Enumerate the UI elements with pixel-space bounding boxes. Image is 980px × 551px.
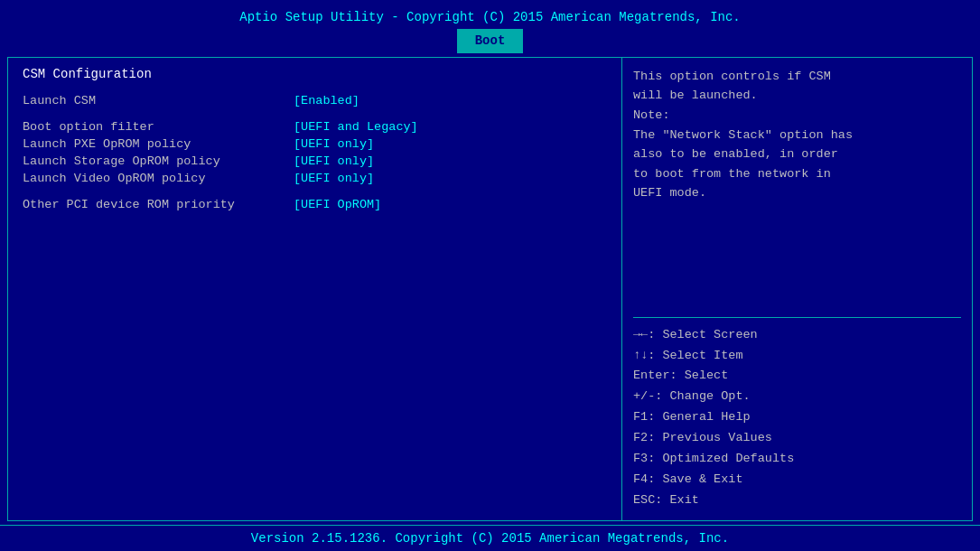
menu-item-label: Launch PXE OpROM policy <box>23 137 294 151</box>
key-hint: ↑↓: Select Item <box>633 346 961 367</box>
bios-setup-utility: Aptio Setup Utility - Copyright (C) 2015… <box>0 0 980 551</box>
key-hint: →←: Select Screen <box>633 325 961 346</box>
menu-item[interactable]: Boot option filter[UEFI and Legacy] <box>23 120 607 134</box>
main-content: CSM Configuration Launch CSM[Enabled]Boo… <box>7 57 973 521</box>
menu-item-value: [Enabled] <box>294 94 359 107</box>
menu-item-label: Launch Storage OpROM policy <box>23 154 294 168</box>
help-line: UEFI mode. <box>633 183 961 203</box>
menu-items-container: Launch CSM[Enabled]Boot option filter[UE… <box>23 94 607 211</box>
menu-item[interactable]: Launch Storage OpROM policy[UEFI only] <box>23 154 607 168</box>
key-hint: F1: General Help <box>633 407 961 428</box>
menu-item-label: Boot option filter <box>23 120 294 134</box>
header-title: Aptio Setup Utility - Copyright (C) 2015… <box>0 7 980 27</box>
tab-boot[interactable]: Boot <box>457 29 524 52</box>
key-hint: ESC: Exit <box>633 490 961 511</box>
tab-bar: Boot <box>0 29 980 52</box>
right-panel: This option controls if CSMwill be launc… <box>622 58 972 520</box>
menu-item-value: [UEFI OpROM] <box>294 198 381 211</box>
section-title: CSM Configuration <box>23 67 607 81</box>
footer-text: Version 2.15.1236. Copyright (C) 2015 Am… <box>251 531 729 546</box>
key-hint: F2: Previous Values <box>633 428 961 449</box>
menu-item-value: [UEFI only] <box>294 137 374 151</box>
menu-item-value: [UEFI only] <box>294 154 374 168</box>
help-line: to boot from the network in <box>633 164 961 184</box>
menu-item-label: Other PCI device ROM priority <box>23 198 294 211</box>
menu-item-label: Launch CSM <box>23 94 294 107</box>
menu-spacer <box>23 189 607 198</box>
menu-item[interactable]: Other PCI device ROM priority[UEFI OpROM… <box>23 198 607 211</box>
menu-item[interactable]: Launch CSM[Enabled] <box>23 94 607 107</box>
key-hint: Enter: Select <box>633 366 961 387</box>
key-hint: F4: Save & Exit <box>633 470 961 490</box>
help-text: This option controls if CSMwill be launc… <box>633 67 961 310</box>
key-hint: F3: Optimized Defaults <box>633 449 961 470</box>
left-panel: CSM Configuration Launch CSM[Enabled]Boo… <box>8 58 622 520</box>
footer: Version 2.15.1236. Copyright (C) 2015 Am… <box>0 525 980 551</box>
header: Aptio Setup Utility - Copyright (C) 2015… <box>0 0 980 53</box>
help-line: This option controls if CSM <box>633 67 961 87</box>
help-line: also to be enabled, in order <box>633 145 961 164</box>
help-line: will be launched. <box>633 86 961 106</box>
menu-item[interactable]: Launch Video OpROM policy[UEFI only] <box>23 172 607 185</box>
menu-item-value: [UEFI and Legacy] <box>294 120 418 134</box>
menu-spacer <box>23 111 607 120</box>
key-hint: +/-: Change Opt. <box>633 387 961 407</box>
help-line: Note: <box>633 106 961 126</box>
menu-item[interactable]: Launch PXE OpROM policy[UEFI only] <box>23 137 607 151</box>
menu-item-value: [UEFI only] <box>294 172 374 185</box>
help-line: The "Network Stack" option has <box>633 126 961 145</box>
menu-item-label: Launch Video OpROM policy <box>23 172 294 185</box>
help-divider <box>633 317 961 318</box>
key-hints: →←: Select Screen↑↓: Select ItemEnter: S… <box>633 325 961 511</box>
